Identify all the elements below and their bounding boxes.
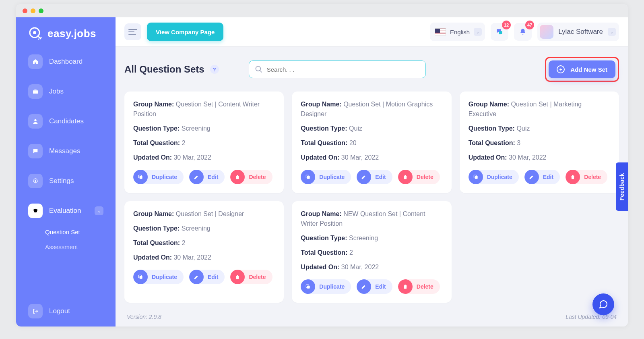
subnav-question-set[interactable]: Question Set xyxy=(45,226,116,241)
chat-icon xyxy=(495,28,504,36)
edit-button[interactable]: Edit xyxy=(357,279,392,294)
search-input-wrapper[interactable] xyxy=(249,60,426,78)
copy-icon xyxy=(301,279,315,294)
window-close-dot[interactable] xyxy=(23,8,27,13)
sidebar-item-jobs[interactable]: Jobs xyxy=(23,80,108,103)
feedback-tab[interactable]: Feedback xyxy=(616,162,628,211)
cap-icon xyxy=(28,204,43,218)
delete-button[interactable]: Delete xyxy=(230,270,272,284)
updated-value: 30 Mar, 2022 xyxy=(173,254,211,261)
language-label: English xyxy=(450,29,470,35)
svg-rect-17 xyxy=(475,176,477,179)
duplicate-button[interactable]: Duplicate xyxy=(301,170,351,184)
delete-label: Delete xyxy=(413,174,440,180)
add-new-set-button[interactable]: + Add New Set xyxy=(549,60,615,78)
page-title: All Question Sets xyxy=(124,64,204,75)
svg-rect-19 xyxy=(140,276,142,279)
type-value: Quiz xyxy=(349,125,362,132)
duplicate-label: Duplicate xyxy=(148,174,184,180)
profile-menu[interactable]: Lylac Software ⌄ xyxy=(537,23,619,41)
edit-button[interactable]: Edit xyxy=(189,270,225,284)
flag-icon xyxy=(435,28,446,35)
edit-label: Edit xyxy=(371,174,392,180)
edit-button[interactable]: Edit xyxy=(189,170,225,184)
chevron-down-icon: ⌄ xyxy=(95,206,103,215)
pencil-icon xyxy=(524,170,539,184)
brand-logo[interactable]: easy.jobs xyxy=(16,23,116,50)
question-set-card: Group Name: Question Set | Content Write… xyxy=(124,92,284,193)
sidebar-item-messages[interactable]: Messages xyxy=(23,140,108,162)
group-label: Group Name: xyxy=(133,101,174,108)
question-set-card: Group Name: NEW Question Set | Content W… xyxy=(292,201,451,303)
sidebar-item-label: Jobs xyxy=(49,87,64,96)
language-selector[interactable]: English ⌄ xyxy=(430,23,485,41)
delete-button[interactable]: Delete xyxy=(230,170,272,184)
svg-rect-13 xyxy=(140,176,142,179)
bell-icon xyxy=(519,28,526,36)
sidebar-item-candidates[interactable]: Candidates xyxy=(23,110,108,133)
subnav-assessment[interactable]: Assessment xyxy=(45,241,116,256)
delete-button[interactable]: Delete xyxy=(566,170,607,184)
logout-button[interactable]: Logout xyxy=(16,300,116,327)
svg-point-11 xyxy=(256,67,260,71)
trash-icon xyxy=(230,270,245,284)
logout-label: Logout xyxy=(49,307,70,315)
group-value: Question Set | Designer xyxy=(176,210,244,217)
delete-button[interactable]: Delete xyxy=(398,279,440,294)
type-label: Question Type: xyxy=(133,225,180,232)
copy-icon xyxy=(133,170,148,184)
duplicate-button[interactable]: Duplicate xyxy=(469,170,519,184)
updated-value: 30 Mar, 2022 xyxy=(509,154,546,161)
edit-button[interactable]: Edit xyxy=(524,170,560,184)
brand-text: easy.jobs xyxy=(47,27,96,40)
pencil-icon xyxy=(357,170,371,184)
updated-value: 30 Mar, 2022 xyxy=(341,264,379,270)
svg-point-7 xyxy=(35,180,36,182)
total-label: Total Question: xyxy=(301,139,347,146)
duplicate-button[interactable]: Duplicate xyxy=(301,279,351,294)
messages-button[interactable]: 12 xyxy=(491,23,508,41)
chat-fab[interactable] xyxy=(592,293,614,315)
menu-toggle[interactable] xyxy=(124,23,141,40)
delete-button[interactable]: Delete xyxy=(398,170,440,184)
updated-label: Updated On: xyxy=(133,254,172,261)
svg-rect-21 xyxy=(307,286,310,289)
view-company-button[interactable]: View Company Page xyxy=(147,23,223,41)
type-label: Question Type: xyxy=(469,125,515,132)
total-value: 2 xyxy=(182,139,186,146)
delete-label: Delete xyxy=(245,274,272,280)
type-value: Quiz xyxy=(516,125,530,132)
trash-icon xyxy=(398,170,413,184)
total-label: Total Question: xyxy=(133,239,180,246)
notifications-button[interactable]: 47 xyxy=(514,23,532,41)
svg-line-2 xyxy=(38,36,41,39)
svg-rect-15 xyxy=(307,176,310,179)
duplicate-button[interactable]: Duplicate xyxy=(133,270,184,284)
total-label: Total Question: xyxy=(301,249,347,256)
window-maximize-dot[interactable] xyxy=(39,8,43,13)
feedback-label: Feedback xyxy=(619,173,625,201)
footer: Version: 2.9.8 Last Updated: 09-04 xyxy=(124,309,619,321)
group-label: Group Name: xyxy=(133,210,174,217)
total-value: 2 xyxy=(349,249,353,256)
profile-name: Lylac Software xyxy=(558,28,603,36)
sidebar-item-settings[interactable]: Settings xyxy=(23,170,108,192)
add-new-highlight: + Add New Set xyxy=(545,57,619,82)
view-company-label: View Company Page xyxy=(156,29,215,35)
sidebar-item-label: Settings xyxy=(49,177,74,185)
duplicate-button[interactable]: Duplicate xyxy=(133,170,184,184)
updated-label: Updated On: xyxy=(301,154,339,161)
edit-button[interactable]: Edit xyxy=(357,170,392,184)
logout-icon xyxy=(28,304,43,318)
gear-icon xyxy=(28,174,43,188)
help-icon[interactable]: ? xyxy=(210,65,219,74)
svg-point-1 xyxy=(33,31,36,34)
sidebar-item-evaluation[interactable]: Evaluation⌄ xyxy=(23,200,108,222)
window-minimize-dot[interactable] xyxy=(31,8,35,13)
user-icon xyxy=(28,114,43,129)
search-input[interactable] xyxy=(267,66,420,73)
delete-label: Delete xyxy=(413,283,440,290)
sidebar-item-dashboard[interactable]: Dashboard xyxy=(23,50,108,73)
svg-point-6 xyxy=(34,119,36,121)
delete-label: Delete xyxy=(580,174,607,180)
